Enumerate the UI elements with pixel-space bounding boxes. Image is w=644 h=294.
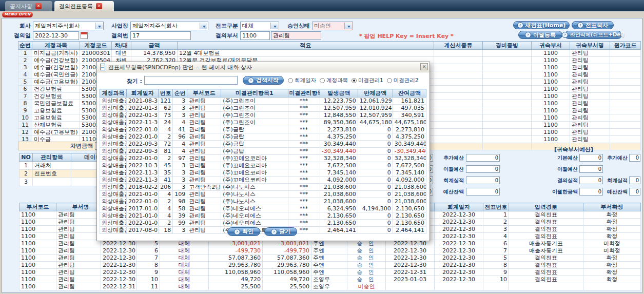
table-row[interactable]: 1100관리팀 (19, 226, 105, 233)
cell[interactable]: (주)나노시스 (221, 198, 288, 205)
cell[interactable]: 관리팀 (56, 247, 105, 254)
cell[interactable]: 21,038,600 (393, 191, 426, 198)
cell[interactable] (483, 114, 532, 122)
cell[interactable]: 7,672,500 (393, 162, 426, 169)
cell[interactable] (435, 283, 483, 290)
cell[interactable]: 1 (19, 162, 33, 170)
cell[interactable] (483, 136, 532, 143)
cell[interactable] (483, 122, 532, 129)
cell[interactable]: 9 (137, 269, 160, 276)
voucher-type-select[interactable]: 대체 (240, 22, 279, 30)
cell[interactable]: 외상매출금 (100, 191, 127, 198)
cell[interactable]: 2022-09-30 (127, 148, 159, 155)
cell[interactable]: 3 (173, 112, 187, 119)
cell[interactable]: 10 (18, 114, 32, 122)
cell[interactable]: 2022-11-30 (127, 177, 159, 184)
table-row[interactable]: 1100관리팀 (19, 269, 105, 276)
cell[interactable]: 2021-01-00 (127, 191, 159, 198)
cell[interactable] (483, 283, 509, 290)
cell[interactable]: 확정 (583, 254, 641, 262)
budget-field[interactable]: 0 (579, 177, 603, 184)
cell[interactable]: 결의전표 (509, 226, 583, 233)
cell[interactable]: 2022-10-31 (127, 162, 159, 169)
table-row[interactable]: 외상매출금2022-11-30413관리팀(주)꼬메요코리아***4,092,0… (100, 177, 426, 184)
cell[interactable]: 7,345,140 (320, 169, 358, 177)
cell[interactable]: 3 (173, 105, 187, 112)
cell[interactable]: 3 (18, 64, 32, 71)
cell[interactable]: -499,730 (209, 247, 263, 254)
site-select[interactable]: 제일저지주식회사 (130, 22, 208, 30)
copy-voucher-button[interactable]: › 전표복사 (572, 21, 614, 29)
cell[interactable]: 25,500 (209, 283, 263, 290)
cell[interactable]: 관리팀 (570, 107, 610, 114)
cell[interactable]: 41 (159, 177, 173, 184)
cell[interactable]: 2,273,810 (393, 126, 426, 133)
table-row[interactable]: 2022-12-306대체-499,730-499,730주엔승 인2022-1… (101, 247, 641, 254)
cell[interactable]: 대체 (160, 247, 209, 254)
cell[interactable]: *** (288, 162, 320, 169)
cell[interactable]: 매출자동기표 (509, 240, 583, 247)
calendar-icon[interactable] (81, 32, 88, 39)
cell[interactable]: 외상매출금 (100, 177, 127, 184)
cell[interactable] (483, 93, 532, 100)
table-row[interactable]: 외상매출금2022-01-00299관리팀(주)네오피에스***2,130,65… (100, 220, 426, 227)
cell[interactable]: 121 (159, 97, 173, 105)
table-row[interactable]: 2022-12-3111대체25,50025,500조영우미승인 (101, 283, 641, 290)
cell[interactable]: 58 (173, 205, 187, 212)
cell[interactable]: 1100 (532, 93, 570, 100)
cell[interactable]: 조영우 (311, 283, 347, 290)
cell[interactable]: 49,720 (263, 276, 311, 283)
cell[interactable]: *** (288, 148, 320, 155)
cell[interactable] (483, 57, 532, 64)
cell[interactable]: 109 (173, 191, 187, 198)
company-select[interactable]: 제일저지주식회사 (33, 22, 104, 30)
cell[interactable] (434, 122, 483, 129)
cell[interactable] (434, 64, 483, 71)
cell[interactable]: 확정 (583, 262, 641, 269)
cell[interactable]: 41 (173, 126, 187, 133)
cell[interactable]: 3 (173, 169, 187, 177)
cell[interactable]: 1100 (532, 79, 570, 86)
cell[interactable]: 0 (358, 227, 393, 234)
table-row[interactable]: 외상매출금2022-01-00297관리팀(주)꼬메요코리아***32,328,… (100, 155, 426, 162)
cell[interactable]: (주)그린조이 (221, 112, 288, 119)
cell[interactable]: 497,035 (393, 105, 426, 112)
cell[interactable]: 관리팀 (570, 136, 610, 143)
cell[interactable]: 1100 (19, 247, 56, 254)
cell[interactable]: 외상매출금 (100, 220, 127, 227)
cell[interactable]: 관리팀 (187, 133, 221, 141)
cell[interactable]: 7 (18, 93, 32, 100)
budget-field[interactable]: 0 (466, 154, 500, 162)
cell[interactable]: 2022-12-30 (101, 276, 137, 283)
cell[interactable]: 2022-12-30 (435, 233, 483, 240)
cell[interactable]: (주)꼬메요코리아 (221, 169, 288, 177)
cell[interactable]: 12,507,959 (320, 105, 358, 112)
cell[interactable]: 57,087,360 (209, 254, 263, 262)
cell[interactable]: *** (288, 119, 320, 126)
cell[interactable]: 관리팀 (187, 105, 221, 112)
cell[interactable] (583, 283, 641, 290)
cell[interactable]: 3 (173, 184, 187, 191)
cell[interactable]: 4 (18, 71, 32, 79)
cell[interactable]: 1100 (19, 276, 56, 283)
cell[interactable]: 0 (358, 141, 393, 148)
cell[interactable]: 30,349,440 (320, 141, 358, 148)
radio-open-mgmt2[interactable]: 미결관리2 (387, 77, 419, 84)
number-input[interactable] (130, 31, 191, 40)
cell[interactable]: 1100 (532, 114, 570, 122)
cell[interactable]: 관리팀 (570, 57, 610, 64)
cell[interactable]: 1100 (532, 107, 570, 114)
cell[interactable]: 21,038,600 (320, 184, 358, 191)
cell[interactable]: 고용보험료 (32, 107, 80, 114)
cell[interactable]: 1100 (19, 283, 56, 290)
cell[interactable]: 39 (173, 212, 187, 220)
cell[interactable]: 대체 (160, 262, 209, 269)
cell[interactable]: 2,130,650 (320, 212, 358, 220)
cell[interactable]: *** (288, 198, 320, 205)
table-row[interactable]: 1100관리팀 (19, 283, 105, 290)
cell[interactable]: 12,848,550 (320, 112, 358, 119)
cell[interactable]: 4,092,000 (393, 177, 426, 184)
cell[interactable]: 89,350,360 (320, 119, 358, 126)
cell[interactable]: (주)그린조이 (221, 97, 288, 105)
budget-field[interactable]: 0 (466, 188, 500, 195)
